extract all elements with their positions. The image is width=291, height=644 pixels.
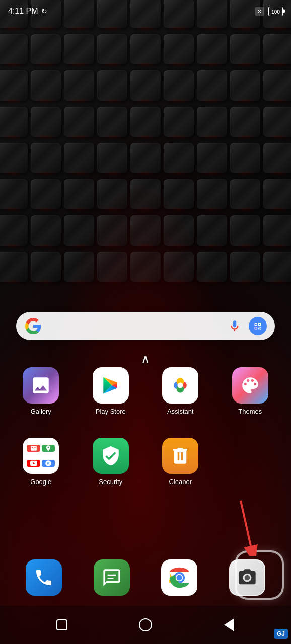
app-item-cleaner[interactable]: Cleaner — [146, 438, 215, 486]
app-item-assistant[interactable]: Assistant — [146, 367, 215, 415]
status-left: 4:11 PM ↻ — [8, 7, 47, 16]
app-item-play-store[interactable]: Play Store — [76, 367, 146, 415]
status-right: ✕ 100 — [255, 7, 283, 16]
recent-apps-icon — [56, 619, 67, 630]
app-item-security[interactable]: Security — [76, 438, 146, 486]
app-item-themes[interactable]: Themes — [215, 367, 285, 415]
home-icon — [139, 618, 152, 631]
sync-icon: ↻ — [41, 7, 47, 15]
google-folder-icon — [23, 438, 59, 474]
battery-level: 100 — [271, 9, 280, 15]
svg-line-6 — [241, 501, 251, 546]
assistant-icon — [162, 367, 198, 404]
security-icon — [93, 438, 129, 474]
dock-item-chrome[interactable] — [146, 559, 213, 596]
mic-icon[interactable] — [226, 317, 244, 335]
gallery-icon — [23, 367, 59, 404]
empty-slot-icon — [232, 438, 268, 474]
google-lens-icon[interactable] — [249, 317, 267, 335]
chrome-icon — [161, 559, 197, 596]
nav-back-button[interactable] — [220, 616, 238, 634]
themes-label: Themes — [238, 408, 262, 415]
dock-item-messages[interactable] — [78, 559, 146, 596]
navigation-bar — [0, 606, 291, 644]
search-bar[interactable] — [16, 312, 275, 340]
assistant-label: Assistant — [167, 408, 194, 415]
security-label: Security — [99, 478, 122, 486]
gallery-label: Gallery — [31, 408, 51, 415]
phone-icon — [26, 559, 62, 596]
nav-home-button[interactable] — [136, 616, 155, 634]
status-time: 4:11 PM — [8, 7, 38, 16]
battery-indicator: 100 — [268, 7, 283, 16]
app-item-empty — [215, 438, 285, 486]
app-item-gallery[interactable]: Gallery — [6, 367, 76, 415]
back-icon — [224, 618, 234, 631]
messages-icon — [94, 559, 130, 596]
svg-point-4 — [178, 383, 183, 388]
play-store-label: Play Store — [96, 408, 126, 415]
status-bar: 4:11 PM ↻ ✕ 100 — [0, 0, 291, 22]
swipe-up-indicator: ∧ — [141, 352, 150, 366]
watermark: GJ — [274, 629, 288, 639]
cleaner-icon — [162, 438, 198, 474]
svg-point-9 — [177, 575, 182, 581]
themes-icon — [232, 367, 268, 404]
dock-item-phone[interactable] — [10, 559, 78, 596]
battery-icon: 100 — [268, 7, 283, 16]
google-label: Google — [30, 478, 51, 486]
red-arrow-annotation — [221, 496, 261, 556]
play-store-icon — [93, 367, 129, 404]
cleaner-label: Cleaner — [169, 478, 192, 486]
close-icon: ✕ — [255, 7, 264, 16]
nav-recent-button[interactable] — [53, 616, 71, 634]
camera-highlight — [237, 552, 282, 598]
google-g-logo — [24, 317, 42, 335]
app-item-google[interactable]: Google — [6, 438, 76, 486]
